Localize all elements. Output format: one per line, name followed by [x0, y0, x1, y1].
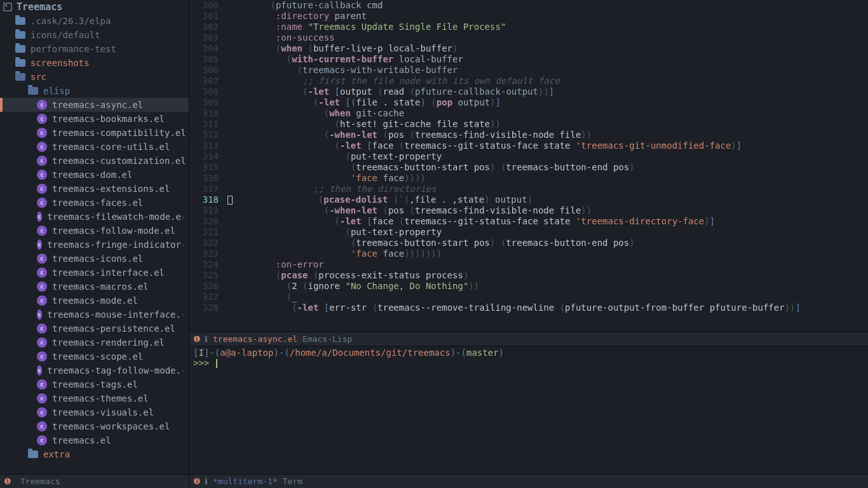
elisp-file-icon: ε — [37, 309, 42, 320]
tree-folder[interactable]: .cask/26.3/elpa — [0, 14, 189, 28]
tree-file[interactable]: εtreemacs-core-utils.el — [0, 140, 189, 154]
line-number: 309 — [189, 97, 227, 108]
tree-label: treemacs-scope.el — [52, 351, 143, 362]
code-content: 'face face)))) — [227, 173, 868, 184]
code-line[interactable]: 307 ;; first the file node with its own … — [189, 76, 868, 86]
code-content: (-when-let (pos (treemacs-find-visible-n… — [227, 130, 868, 140]
code-content: (-let [(file . state) (pop output)] — [227, 97, 868, 108]
code-line[interactable]: 314 (put-text-property — [189, 151, 868, 162]
tree-folder[interactable]: src — [0, 70, 189, 84]
tree-file[interactable]: εtreemacs-workspaces.el — [0, 419, 189, 433]
tree-folder[interactable]: performance-test — [0, 42, 189, 56]
tree-folder[interactable]: icons/default — [0, 28, 189, 42]
tree-folder[interactable]: extra — [0, 447, 189, 461]
code-line[interactable]: 303 :on-success — [189, 32, 868, 43]
tree-label: treemacs-follow-mode.el — [52, 226, 175, 236]
line-number: 302 — [189, 22, 227, 32]
code-line[interactable]: 304 (when (buffer-live-p local-buffer) — [189, 43, 868, 54]
code-line[interactable]: 311 (ht-set! git-cache file state)) — [189, 119, 868, 130]
code-line[interactable]: 305 (with-current-buffer local-buffer — [189, 54, 868, 65]
tree-file[interactable]: εtreemacs-themes.el — [0, 391, 189, 405]
code-line[interactable]: 326 (2 (ignore "No Change, Do Nothing")) — [189, 281, 868, 292]
main-area: 300 (pfuture-callback cmd301 :directory … — [189, 0, 868, 488]
code-line[interactable]: 312 (-when-let (pos (treemacs-find-visib… — [189, 130, 868, 140]
tree-file[interactable]: εtreemacs.el — [0, 433, 189, 447]
line-number: 320 — [189, 216, 227, 227]
terminal-body[interactable]: [I]-(a@a-laptop)-(/home/a/Documents/git/… — [189, 346, 868, 474]
code-line[interactable]: 327 (_ — [189, 292, 868, 302]
code-line[interactable]: 319 (-when-let (pos (treemacs-find-visib… — [189, 205, 868, 216]
tree-file[interactable]: εtreemacs-follow-mode.el — [0, 224, 189, 238]
elisp-file-icon: ε — [37, 100, 47, 110]
tree-file[interactable]: εtreemacs-macros.el — [0, 280, 189, 294]
code-line[interactable]: 323 'face face))))))) — [189, 248, 868, 259]
tree-file[interactable]: εtreemacs-customization.el — [0, 154, 189, 168]
elisp-file-icon: ε — [37, 421, 47, 431]
tree-file[interactable]: εtreemacs-persistence.el — [0, 322, 189, 336]
code-content: (-when-let (pos (treemacs-find-visible-n… — [227, 205, 868, 216]
tree-label: treemacs-faces.el — [52, 198, 143, 208]
tree-file[interactable]: εtreemacs-icons.el — [0, 252, 189, 266]
tree-file[interactable]: εtreemacs-compatibility.el — [0, 126, 189, 140]
code-line[interactable]: 328 (-let [err-str (treemacs--remove-tra… — [189, 302, 868, 313]
code-editor[interactable]: 300 (pfuture-callback cmd301 :directory … — [189, 0, 868, 332]
code-content: (-let [output (read (pfuture-callback-ou… — [227, 86, 868, 97]
code-line[interactable]: 321 (put-text-property — [189, 227, 868, 238]
tree-file[interactable]: εtreemacs-extensions.el — [0, 182, 189, 196]
line-number: 318 — [189, 194, 227, 205]
terminal-panel[interactable]: [I]-(a@a-laptop)-(/home/a/Documents/git/… — [189, 346, 868, 488]
code-line[interactable]: 320 (-let [face (treemacs--git-status-fa… — [189, 216, 868, 227]
tree-file[interactable]: εtreemacs-fringe-indicator› — [0, 238, 189, 252]
tree-file[interactable]: εtreemacs-mode.el — [0, 294, 189, 308]
code-line[interactable]: 308 (-let [output (read (pfuture-callbac… — [189, 86, 868, 97]
code-line[interactable]: 316 'face face)))) — [189, 173, 868, 184]
tree-file[interactable]: εtreemacs-async.el — [0, 98, 189, 112]
buffer-name: treemacs-async.el — [213, 334, 297, 344]
tree-file[interactable]: εtreemacs-bookmarks.el — [0, 112, 189, 126]
tree-file[interactable]: εtreemacs-rendering.el — [0, 336, 189, 349]
line-number: 324 — [189, 259, 227, 270]
code-line[interactable]: 310 (when git-cache — [189, 108, 868, 119]
tree-file[interactable]: εtreemacs-filewatch-mode.e› — [0, 210, 189, 224]
folder-icon — [15, 73, 25, 81]
code-line[interactable]: 317 ;; then the directories — [189, 184, 868, 194]
treemacs-sidebar[interactable]: Treemacs .cask/26.3/elpaicons/defaultper… — [0, 0, 189, 488]
elisp-file-icon: ε — [37, 184, 47, 194]
tree-file[interactable]: εtreemacs-dom.el — [0, 168, 189, 182]
code-line[interactable]: 313 (-let [face (treemacs--git-status-fa… — [189, 140, 868, 151]
code-line[interactable]: 324 :on-error — [189, 259, 868, 270]
code-line[interactable]: 318 (pcase-dolist (`(,file . ,state) out… — [189, 194, 868, 205]
elisp-file-icon: ε — [37, 393, 47, 403]
tree-label: treemacs-macros.el — [52, 281, 149, 292]
terminal-input-line[interactable]: >>> — [193, 358, 864, 368]
code-line[interactable]: 315 (treemacs-button-start pos) (treemac… — [189, 162, 868, 173]
tree-label: treemacs-mouse-interface. — [47, 309, 181, 320]
tree-file[interactable]: εtreemacs-tags.el — [0, 377, 189, 391]
tree-file[interactable]: εtreemacs-scope.el — [0, 349, 189, 363]
elisp-file-icon: ε — [37, 128, 47, 138]
tree-file[interactable]: εtreemacs-faces.el — [0, 196, 189, 210]
project-root[interactable]: Treemacs — [0, 0, 189, 14]
elisp-file-icon: ε — [37, 198, 47, 208]
tree-file[interactable]: εtreemacs-tag-follow-mode.› — [0, 363, 189, 377]
code-line[interactable]: 301 :directory parent — [189, 11, 868, 22]
tree-label: treemacs-persistence.el — [52, 323, 175, 334]
code-content: :on-error — [227, 259, 868, 270]
tree-file[interactable]: εtreemacs-mouse-interface.› — [0, 308, 189, 322]
code-line[interactable]: 322 (treemacs-button-start pos) (treemac… — [189, 238, 868, 248]
tree-file[interactable]: εtreemacs-interface.el — [0, 266, 189, 280]
tree-file[interactable]: εtreemacs-visuals.el — [0, 405, 189, 419]
line-number: 315 — [189, 162, 227, 173]
tree-folder[interactable]: elisp — [0, 84, 189, 98]
code-content: (pfuture-callback cmd — [227, 0, 868, 11]
code-line[interactable]: 325 (pcase (process-exit-status process) — [189, 270, 868, 281]
tree-label: treemacs-interface.el — [52, 268, 165, 278]
code-line[interactable]: 302 :name "Treemacs Update Single File P… — [189, 22, 868, 32]
tree-folder[interactable]: screenshots — [0, 56, 189, 70]
code-line[interactable]: 300 (pfuture-callback cmd — [189, 0, 868, 11]
tree-label: treemacs-compatibility.el — [52, 128, 186, 138]
file-tree[interactable]: Treemacs .cask/26.3/elpaicons/defaultper… — [0, 0, 189, 474]
code-line[interactable]: 306 (treemacs-with-writable-buffer — [189, 65, 868, 76]
code-line[interactable]: 309 (-let [(file . state) (pop output)] — [189, 97, 868, 108]
tree-label: treemacs-mode.el — [52, 295, 138, 306]
